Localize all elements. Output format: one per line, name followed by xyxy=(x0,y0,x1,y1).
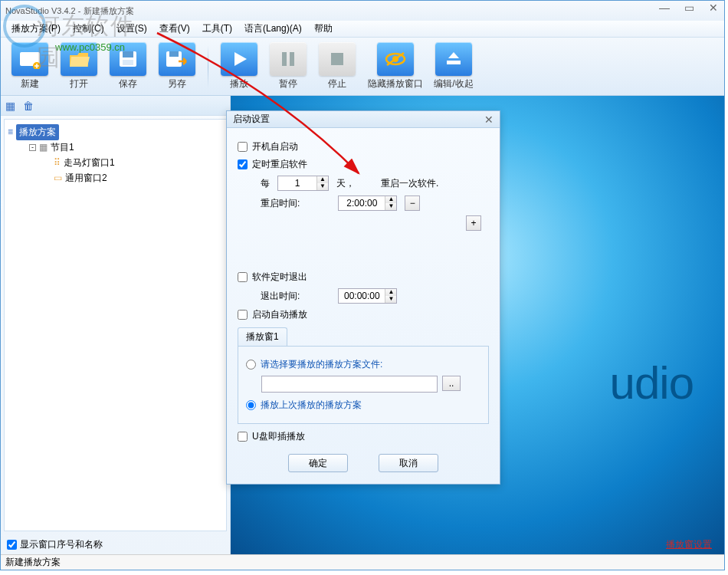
tb-new[interactable]: 新建 xyxy=(8,42,51,90)
svg-rect-8 xyxy=(290,52,294,66)
tb-hide-window[interactable]: 隐藏播放窗口 xyxy=(365,42,426,90)
menu-view[interactable]: 查看(V) xyxy=(153,22,196,35)
usb-play-checkbox[interactable] xyxy=(238,432,248,442)
restart-once-label: 重启一次软件. xyxy=(381,177,438,190)
restart-time-minus[interactable]: − xyxy=(405,196,420,211)
titlebar: NovaStudio V3.4.2 - 新建播放方案 — ▭ ✕ xyxy=(1,1,724,21)
days-spinner[interactable]: ▲▼ xyxy=(277,176,329,191)
restart-time-plus[interactable]: + xyxy=(466,215,481,231)
tree-view: ≡ 播放方案 - ▦ 节目1 ⠿ 走马灯窗口1 ▭ 通用窗口2 xyxy=(4,119,227,531)
toolbar-divider xyxy=(208,45,208,88)
tree-general-window[interactable]: ▭ 通用窗口2 xyxy=(8,170,223,186)
menu-control[interactable]: 控制(C) xyxy=(67,22,110,35)
sidebar: ▦ 🗑 ≡ 播放方案 - ▦ 节目1 ⠿ 走马灯窗口1 ▭ xyxy=(1,96,231,554)
tree-program[interactable]: - ▦ 节目1 xyxy=(8,140,223,155)
timed-exit-label: 软件定时退出 xyxy=(252,271,307,284)
tree-root[interactable]: ≡ 播放方案 xyxy=(8,124,223,140)
auto-start-checkbox[interactable] xyxy=(238,142,248,152)
tab-play-window[interactable]: 播放窗1 xyxy=(238,327,287,346)
tb-open[interactable]: 打开 xyxy=(57,42,100,90)
restart-time-input[interactable] xyxy=(339,196,385,210)
auto-play-checkbox[interactable] xyxy=(238,310,248,320)
exit-time-down[interactable]: ▼ xyxy=(385,296,396,303)
menu-language[interactable]: 语言(Lang)(A) xyxy=(238,22,308,35)
window-title: NovaStudio V3.4.2 - 新建播放方案 xyxy=(5,5,134,17)
timed-restart-checkbox[interactable] xyxy=(238,159,248,169)
tb-play[interactable]: 播放 xyxy=(218,42,261,90)
grid-icon: ⠿ xyxy=(54,157,61,168)
dialog-title: 启动设置 xyxy=(233,113,270,126)
show-sequence-checkbox[interactable] xyxy=(7,540,17,550)
preview-brand-text: udio xyxy=(610,356,694,409)
tb-save[interactable]: 保存 xyxy=(107,42,149,90)
window-icon: ▭ xyxy=(54,172,62,183)
auto-start-label: 开机自启动 xyxy=(252,140,298,153)
radio-select-label: 请选择要播放的播放方案文件: xyxy=(261,358,382,371)
menu-tools[interactable]: 工具(T) xyxy=(196,22,238,35)
close-button[interactable]: ✕ xyxy=(707,2,720,15)
statusbar: 新建播放方案 xyxy=(1,554,724,570)
trash-icon[interactable]: 🗑 xyxy=(23,100,34,112)
svg-rect-9 xyxy=(331,53,343,65)
toolbar: 新建 打开 保存 另存 播放 暂停 停止 隐藏播放窗口 编辑/收起 xyxy=(1,38,724,96)
ok-button[interactable]: 确定 xyxy=(288,454,348,472)
status-text: 新建播放方案 xyxy=(5,556,61,569)
tree-marquee-window[interactable]: ⠿ 走马灯窗口1 xyxy=(8,155,223,170)
svg-rect-13 xyxy=(447,61,461,64)
browse-button[interactable]: .. xyxy=(442,376,461,391)
play-window-settings-link[interactable]: 播放窗设置 xyxy=(666,538,712,551)
dialog-close-button[interactable]: ✕ xyxy=(484,113,494,126)
tb-saveas[interactable]: 另存 xyxy=(156,42,198,90)
restart-time-spinner[interactable]: ▲▼ xyxy=(338,196,397,211)
tb-pause[interactable]: 暂停 xyxy=(267,42,310,90)
radio-select-file[interactable] xyxy=(246,360,256,370)
svg-rect-6 xyxy=(169,51,179,57)
radio-play-last[interactable] xyxy=(246,400,256,410)
svg-rect-4 xyxy=(123,60,133,65)
menu-settings[interactable]: 设置(S) xyxy=(110,22,153,35)
restart-time-label: 重启时间: xyxy=(261,197,300,210)
tb-edit-collapse[interactable]: 编辑/收起 xyxy=(432,42,475,90)
days-down[interactable]: ▼ xyxy=(317,183,328,190)
cancel-button[interactable]: 取消 xyxy=(379,454,438,472)
tb-stop[interactable]: 停止 xyxy=(316,42,359,90)
startup-settings-dialog: 启动设置 ✕ 开机自启动 定时重启软件 每 ▲▼ 天， 重启一次软件. 重启时间… xyxy=(226,110,500,485)
exit-time-spinner[interactable]: ▲▼ xyxy=(338,288,397,304)
days-unit-label: 天， xyxy=(336,177,355,190)
svg-rect-7 xyxy=(282,52,287,66)
radio-last-label: 播放上次播放的播放方案 xyxy=(261,399,362,412)
film-icon[interactable]: ▦ xyxy=(5,100,15,112)
usb-play-label: U盘即插播放 xyxy=(252,430,305,443)
menu-help[interactable]: 帮助 xyxy=(308,22,339,35)
show-sequence-label: 显示窗口序号和名称 xyxy=(20,538,103,551)
menu-play-scheme[interactable]: 播放方案(P) xyxy=(5,22,67,35)
menubar: 播放方案(P) 控制(C) 设置(S) 查看(V) 工具(T) 语言(Lang)… xyxy=(1,21,724,38)
minimize-button[interactable]: — xyxy=(658,2,671,15)
file-path-input[interactable] xyxy=(261,376,438,393)
timed-restart-label: 定时重启软件 xyxy=(252,158,307,171)
film-icon: ▦ xyxy=(39,142,48,153)
restart-time-down[interactable]: ▼ xyxy=(385,203,396,210)
every-label: 每 xyxy=(261,177,270,190)
exit-time-label: 退出时间: xyxy=(261,290,300,303)
days-input[interactable] xyxy=(278,176,316,190)
auto-play-label: 启动自动播放 xyxy=(252,308,307,321)
timed-exit-checkbox[interactable] xyxy=(238,272,248,282)
svg-rect-3 xyxy=(123,51,133,58)
exit-time-input[interactable] xyxy=(339,289,385,303)
maximize-button[interactable]: ▭ xyxy=(683,2,695,15)
